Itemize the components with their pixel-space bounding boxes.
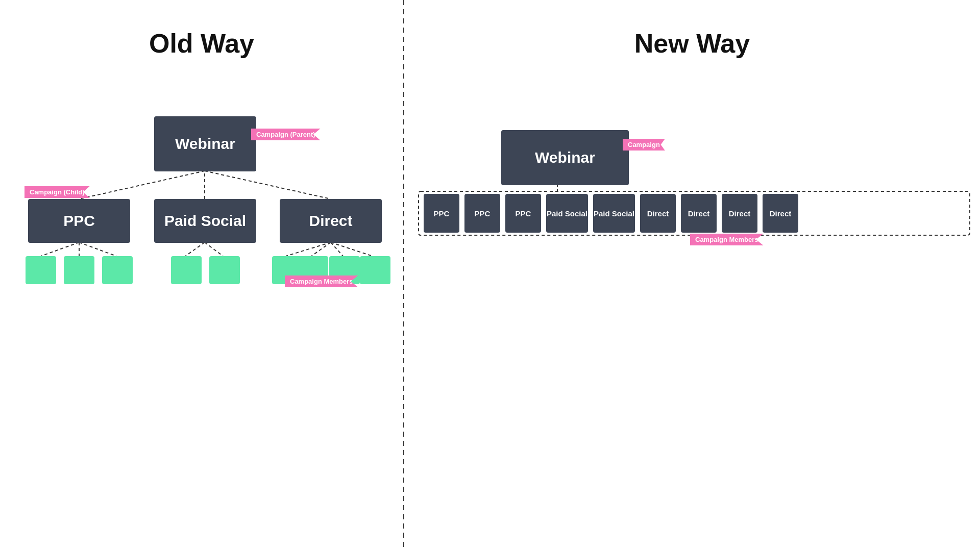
new-ppc-2: PPC xyxy=(464,194,500,233)
ppc-child-1 xyxy=(26,256,56,284)
campaign-members-label-right: Campaign Members xyxy=(690,234,764,245)
new-webinar-box: Webinar xyxy=(501,130,629,185)
new-ppc-3: PPC xyxy=(505,194,541,233)
new-direct-2: Direct xyxy=(681,194,717,233)
paid-social-child-1 xyxy=(171,256,202,284)
ppc-child-3 xyxy=(102,256,133,284)
svg-line-3 xyxy=(41,242,79,256)
campaign-child-label: Campaign (Child) xyxy=(24,186,90,198)
webinar-box: Webinar xyxy=(154,116,256,171)
new-direct-4: Direct xyxy=(763,194,798,233)
ppc-box: PPC xyxy=(28,199,130,243)
svg-line-10 xyxy=(331,242,343,256)
svg-line-6 xyxy=(185,242,205,256)
ppc-child-2 xyxy=(64,256,94,284)
svg-line-0 xyxy=(79,171,205,199)
direct-child-4 xyxy=(360,256,390,284)
new-direct-3: Direct xyxy=(722,194,757,233)
direct-box: Direct xyxy=(280,199,382,243)
paid-social-box: Paid Social xyxy=(154,199,256,243)
new-direct-1: Direct xyxy=(640,194,676,233)
paid-social-child-2 xyxy=(209,256,240,284)
svg-line-2 xyxy=(205,171,331,199)
new-ppc-1: PPC xyxy=(424,194,459,233)
campaign-members-label-left: Campaign Members xyxy=(285,276,358,287)
campaign-parent-label: Campaign (Parent) xyxy=(251,129,321,140)
svg-line-9 xyxy=(311,242,331,256)
old-way-title: Old Way xyxy=(0,0,403,59)
old-way-section: Old Way Webinar Campaign (Parent) Campai… xyxy=(0,0,403,551)
new-paid-social-1: Paid Social xyxy=(546,194,588,233)
svg-line-8 xyxy=(286,242,331,256)
new-way-title: New Way xyxy=(404,0,980,59)
new-campaign-label: Campaign xyxy=(623,139,665,151)
new-paid-social-2: Paid Social xyxy=(593,194,635,233)
svg-line-11 xyxy=(331,242,373,256)
svg-line-5 xyxy=(79,242,116,256)
new-way-section: New Way Webinar Campaign PPC PPC PPC Pai… xyxy=(404,0,980,551)
svg-line-7 xyxy=(205,242,223,256)
